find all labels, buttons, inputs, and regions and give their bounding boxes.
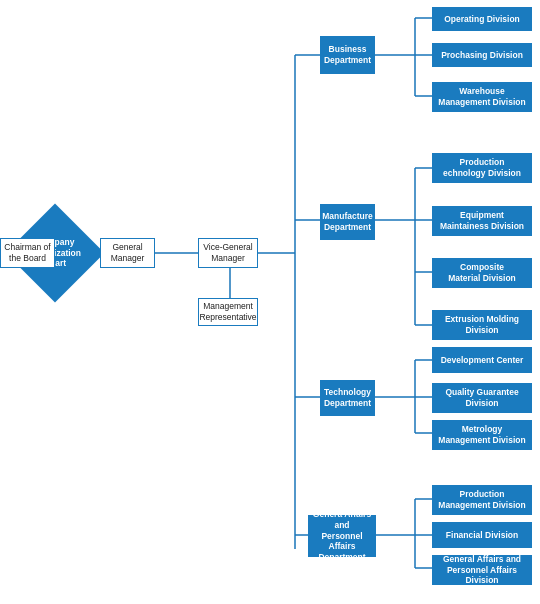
general-affairs-dept-node: Genera Affairs andPersonnelAffairs Depar… [308,515,376,557]
production-mgmt-div-node: ProductionManagement Division [432,485,532,515]
business-dept-node: BusinessDepartment [320,36,375,74]
quality-div-node: Quality GuaranteeDivision [432,383,532,413]
org-chart: CompanyOrganization Chart Chairman ofthe… [0,0,540,604]
management-rep-node: ManagementRepresentative [198,298,258,326]
equipment-div-node: EquipmentMaintainess Division [432,206,532,236]
operating-div-node: Operating Division [432,7,532,31]
technology-dept-node: TechnologyDepartment [320,380,375,416]
manufacture-dept-node: ManufactureDepartment [320,204,375,240]
purchasing-div-node: Prochasing Division [432,43,532,67]
development-div-node: Development Center [432,347,532,373]
chairman-node: Chairman ofthe Board [0,238,55,268]
general-affairs-div-node: General Affairs andPersonnel Affairs Div… [432,555,532,585]
production-tech-div-node: Productionechnology Division [432,153,532,183]
general-manager-node: GeneralManager [100,238,155,268]
vice-general-manager-node: Vice-GeneralManager [198,238,258,268]
extrusion-div-node: Extrusion MoldingDivision [432,310,532,340]
composite-div-node: CompositeMaterial Division [432,258,532,288]
warehouse-div-node: WarehouseManagement Division [432,82,532,112]
metrology-div-node: MetrologyManagement Division [432,420,532,450]
financial-div-node: Financial Division [432,522,532,548]
